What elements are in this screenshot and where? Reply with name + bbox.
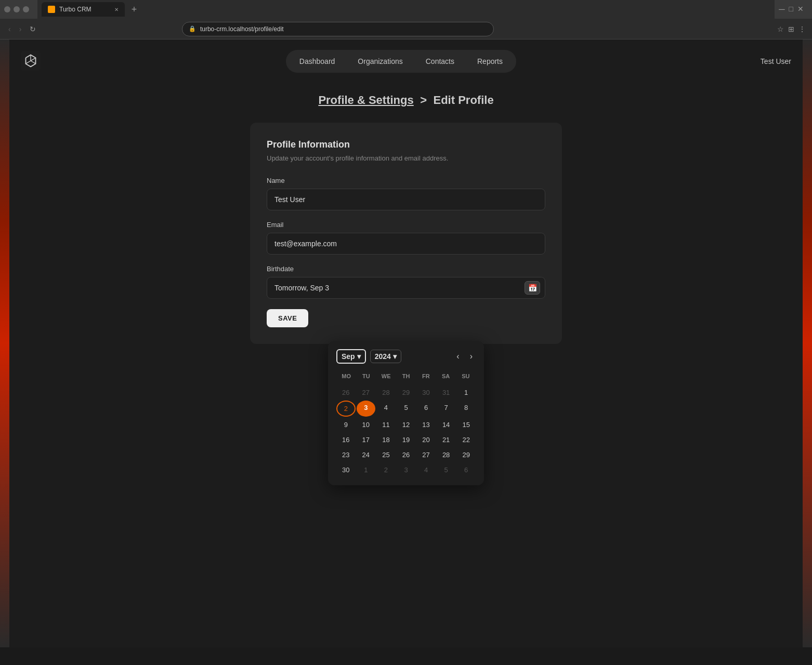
form-card-desc: Update your account's profile informatio… bbox=[267, 154, 545, 162]
calendar-day[interactable]: 8 bbox=[456, 401, 476, 417]
calendar-next-btn[interactable]: › bbox=[467, 351, 476, 362]
window-controls bbox=[4, 6, 29, 12]
calendar-toggle-btn[interactable]: 📅 bbox=[525, 281, 540, 295]
month-dropdown-icon: ▾ bbox=[357, 352, 361, 361]
calendar-day[interactable]: 2 bbox=[336, 401, 356, 417]
email-input[interactable] bbox=[267, 233, 545, 255]
calendar-day[interactable]: 29 bbox=[456, 448, 476, 462]
calendar-day[interactable]: 1 bbox=[357, 463, 376, 477]
email-label: Email bbox=[267, 221, 545, 229]
breadcrumb-current: Edit Profile bbox=[434, 94, 494, 107]
calendar-day[interactable]: 31 bbox=[437, 385, 456, 400]
browser-chrome: Turbo CRM ✕ + ─ □ ✕ ‹ › ↻ 🔒 turbo-crm.lo… bbox=[0, 0, 812, 39]
birthdate-field-group: Birthdate 📅 bbox=[267, 265, 545, 299]
tab-favicon bbox=[48, 6, 55, 13]
calendar-day[interactable]: 26 bbox=[397, 448, 416, 462]
birthdate-input[interactable] bbox=[267, 277, 545, 299]
calendar-day[interactable]: 29 bbox=[397, 385, 416, 400]
back-btn[interactable]: ‹ bbox=[6, 23, 13, 35]
calendar-day[interactable]: 30 bbox=[336, 463, 356, 477]
nav-user: Test User bbox=[761, 57, 791, 65]
calendar-day[interactable]: 17 bbox=[357, 433, 376, 447]
calendar-day[interactable]: 2 bbox=[376, 463, 396, 477]
calendar-weekday: MO bbox=[336, 371, 356, 381]
calendar-day[interactable]: 12 bbox=[397, 418, 416, 432]
calendar-day[interactable]: 10 bbox=[357, 418, 376, 432]
calendar-day[interactable]: 4 bbox=[416, 463, 436, 477]
nav-organizations[interactable]: Organizations bbox=[347, 53, 413, 70]
name-label: Name bbox=[267, 177, 545, 184]
calendar-day[interactable]: 3 bbox=[357, 401, 376, 417]
calendar-day[interactable]: 4 bbox=[376, 401, 396, 417]
calendar-weekdays: MOTUWETHFRSASU bbox=[336, 371, 476, 381]
calendar-day[interactable]: 24 bbox=[357, 448, 376, 462]
forward-btn[interactable]: › bbox=[17, 23, 24, 35]
app-nav: Dashboard Organizations Contacts Reports… bbox=[0, 39, 812, 83]
calendar-day[interactable]: 5 bbox=[397, 401, 416, 417]
tab-close-btn[interactable]: ✕ bbox=[114, 7, 119, 12]
calendar-day[interactable]: 28 bbox=[376, 385, 396, 400]
breadcrumb: Profile & Settings > Edit Profile bbox=[21, 94, 791, 107]
calendar-day[interactable]: 6 bbox=[416, 401, 436, 417]
calendar-day[interactable]: 13 bbox=[416, 418, 436, 432]
calendar-weekday: SA bbox=[436, 371, 455, 381]
year-select[interactable]: 2024 ▾ bbox=[370, 350, 401, 363]
calendar-day[interactable]: 27 bbox=[416, 448, 436, 462]
toolbar-right: ☆ ⊞ ⋮ bbox=[777, 25, 806, 33]
calendar-day[interactable]: 15 bbox=[456, 418, 476, 432]
calendar-day[interactable]: 30 bbox=[416, 385, 436, 400]
calendar-grid: MOTUWETHFRSASU 2627282930311234567891011… bbox=[336, 371, 476, 477]
calendar-day[interactable]: 18 bbox=[376, 433, 396, 447]
calendar-day[interactable]: 28 bbox=[437, 448, 456, 462]
calendar-prev-btn[interactable]: ‹ bbox=[453, 351, 462, 362]
month-label: Sep bbox=[342, 352, 355, 361]
calendar-weekday: TU bbox=[356, 371, 376, 381]
bookmark-icon[interactable]: ☆ bbox=[777, 25, 784, 33]
extensions-icon[interactable]: ⊞ bbox=[788, 25, 794, 33]
calendar-day[interactable]: 3 bbox=[397, 463, 416, 477]
browser-menu-icon[interactable]: ⋮ bbox=[798, 25, 806, 33]
window-close-btn[interactable]: ✕ bbox=[797, 5, 804, 14]
calendar-day[interactable]: 9 bbox=[336, 418, 356, 432]
calendar-day[interactable]: 20 bbox=[416, 433, 436, 447]
calendar-day[interactable]: 5 bbox=[437, 463, 456, 477]
calendar-day[interactable]: 11 bbox=[376, 418, 396, 432]
nav-dashboard[interactable]: Dashboard bbox=[289, 53, 346, 70]
refresh-btn[interactable]: ↻ bbox=[28, 23, 38, 35]
window-minimize-btn[interactable]: ─ bbox=[779, 5, 784, 14]
calendar-day[interactable]: 7 bbox=[437, 401, 456, 417]
new-tab-btn[interactable]: + bbox=[127, 2, 141, 17]
calendar-day[interactable]: 21 bbox=[437, 433, 456, 447]
address-text: turbo-crm.localhost/profile/edit bbox=[200, 25, 284, 33]
breadcrumb-parent[interactable]: Profile & Settings bbox=[318, 94, 413, 107]
main-content: Profile & Settings > Edit Profile Profil… bbox=[0, 83, 812, 354]
save-button[interactable]: SAVE bbox=[267, 309, 308, 327]
calendar-day[interactable]: 16 bbox=[336, 433, 356, 447]
calendar-day[interactable]: 23 bbox=[336, 448, 356, 462]
app-container: Dashboard Organizations Contacts Reports… bbox=[0, 39, 812, 647]
calendar-day[interactable]: 25 bbox=[376, 448, 396, 462]
calendar-day[interactable]: 14 bbox=[437, 418, 456, 432]
window-maximize[interactable] bbox=[14, 6, 20, 12]
browser-titlebar: Turbo CRM ✕ + ─ □ ✕ bbox=[0, 0, 812, 19]
window-restore-btn[interactable]: □ bbox=[789, 5, 793, 14]
nav-reports[interactable]: Reports bbox=[467, 53, 513, 70]
calendar-day[interactable]: 22 bbox=[456, 433, 476, 447]
window-minimize[interactable] bbox=[4, 6, 10, 12]
calendar-day[interactable]: 27 bbox=[357, 385, 376, 400]
nav-contacts[interactable]: Contacts bbox=[415, 53, 465, 70]
window-close[interactable] bbox=[23, 6, 29, 12]
month-select[interactable]: Sep ▾ bbox=[336, 349, 366, 364]
calendar-weekday: WE bbox=[376, 371, 396, 381]
lock-icon: 🔒 bbox=[189, 25, 196, 32]
form-card-title: Profile Information bbox=[267, 139, 545, 150]
address-bar[interactable]: 🔒 turbo-crm.localhost/profile/edit bbox=[182, 22, 494, 36]
calendar-day[interactable]: 19 bbox=[397, 433, 416, 447]
calendar-day[interactable]: 26 bbox=[336, 385, 356, 400]
calendar-day[interactable]: 6 bbox=[456, 463, 476, 477]
app-logo[interactable] bbox=[21, 51, 42, 72]
active-tab[interactable]: Turbo CRM ✕ bbox=[42, 2, 125, 17]
calendar-weekday: SU bbox=[456, 371, 476, 381]
calendar-day[interactable]: 1 bbox=[456, 385, 476, 400]
name-input[interactable] bbox=[267, 189, 545, 210]
